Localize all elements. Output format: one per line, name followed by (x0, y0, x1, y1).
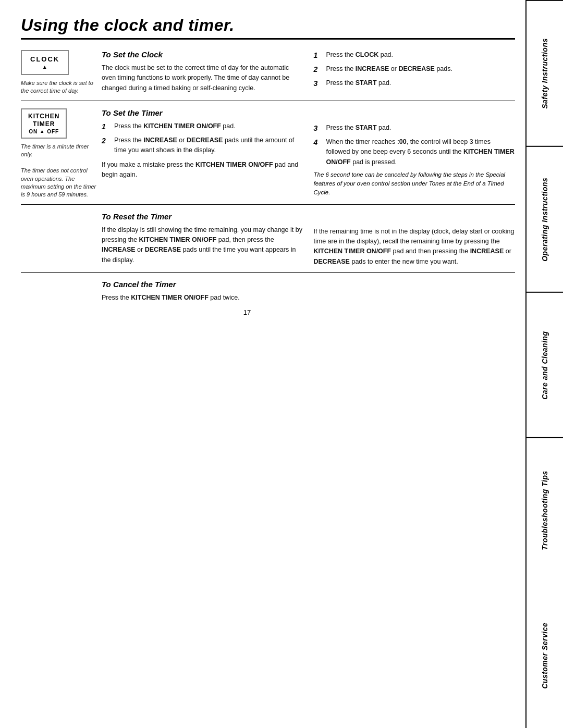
timer-off-label: OFF (47, 129, 59, 134)
sidebar-item-care: Care and Cleaning (527, 292, 563, 438)
sidebar-item-troubleshooting: Troubleshooting Tips (527, 437, 563, 583)
timer-step-2: 2 Press the INCREASE or DECREASE pads un… (102, 135, 303, 156)
reset-body-left: If the display is still showing the time… (102, 225, 303, 266)
clock-section-left: CLOCK ▲ Make sure the clock is set to th… (21, 50, 102, 95)
timer-heading: To Set the Timer (102, 108, 303, 117)
step-num-3: 3 (314, 78, 324, 89)
page-wrapper: Using the clock and timer. CLOCK ▲ Make … (0, 0, 563, 728)
reset-col-right: If the remaining time is not in the disp… (314, 212, 516, 267)
clock-heading: To Set the Clock (102, 50, 303, 59)
timer-step-num-2: 2 (102, 135, 112, 146)
sidebar-item-operating-label: Operating Instructions (541, 177, 549, 261)
timer-device-box: KITCHENTIMER ON ▲ OFF (21, 108, 67, 139)
reset-section-left (21, 212, 102, 267)
clock-arrow-icon: ▲ (42, 64, 48, 70)
sidebar-item-operating: Operating Instructions (527, 146, 563, 292)
clock-step-3: 3 Press the START pad. (314, 78, 516, 89)
timer-on-label: ON (29, 129, 38, 134)
timer-label: KITCHENTIMER (28, 113, 59, 129)
step-num-1: 1 (314, 50, 324, 61)
clock-body: The clock must be set to the correct tim… (102, 63, 303, 93)
sidebar-item-customer-label: Customer Service (541, 623, 549, 689)
main-content: Using the clock and timer. CLOCK ▲ Make … (0, 0, 525, 728)
timer-step-2-text: Press the INCREASE or DECREASE pads unti… (114, 135, 303, 156)
timer-step-4-text: When the timer reaches :00, the control … (326, 137, 516, 167)
timer-caption: The timer is a minute timer only.The tim… (21, 143, 96, 199)
clock-steps: 1 Press the CLOCK pad. 2 Press the INCRE… (314, 50, 516, 89)
right-sidebar: Safety Instructions Operating Instructio… (525, 0, 563, 728)
timer-step-num-3: 3 (314, 123, 324, 134)
timer-step-1: 1 Press the KITCHEN TIMER ON/OFF pad. (102, 121, 303, 132)
timer-step-3: 3 Press the START pad. (314, 123, 516, 134)
reset-body-right: If the remaining time is not in the disp… (314, 227, 516, 267)
timer-section-left: KITCHENTIMER ON ▲ OFF The timer is a min… (21, 108, 102, 199)
page-title: Using the clock and timer. (21, 16, 515, 35)
timer-col-right: 3 Press the START pad. 4 When the timer … (314, 108, 516, 199)
title-rule (21, 38, 515, 40)
clock-col-right: 1 Press the CLOCK pad. 2 Press the INCRE… (314, 50, 516, 95)
timer-step-num-1: 1 (102, 121, 112, 132)
cancel-col: To Cancel the Timer Press the KITCHEN TI… (102, 280, 303, 303)
clock-device-box: CLOCK ▲ (21, 50, 69, 75)
timer-step-4: 4 When the timer reaches :00, the contro… (314, 137, 516, 167)
page-number: 17 (21, 309, 515, 316)
timer-steps-left: 1 Press the KITCHEN TIMER ON/OFF pad. 2 … (102, 121, 303, 156)
clock-step-1: 1 Press the CLOCK pad. (314, 50, 516, 61)
sidebar-item-care-label: Care and Cleaning (541, 331, 549, 399)
timer-section: KITCHENTIMER ON ▲ OFF The timer is a min… (21, 108, 515, 199)
clock-col-left: To Set the Clock The clock must be set t… (102, 50, 303, 95)
cancel-heading: To Cancel the Timer (102, 280, 303, 289)
section-rule-3 (21, 272, 515, 273)
clock-step-2: 2 Press the INCREASE or DECREASE pads. (314, 64, 516, 75)
cancel-body: Press the KITCHEN TIMER ON/OFF pad twice… (102, 293, 303, 303)
timer-section-right: To Set the Timer 1 Press the KITCHEN TIM… (102, 108, 515, 199)
timer-steps-right: 3 Press the START pad. 4 When the timer … (314, 123, 516, 167)
sidebar-item-safety: Safety Instructions (527, 0, 563, 146)
clock-section-right: To Set the Clock The clock must be set t… (102, 50, 515, 95)
section-rule-1 (21, 101, 515, 101)
cancel-section: To Cancel the Timer Press the KITCHEN TI… (21, 280, 515, 303)
clock-caption: Make sure the clock is set to the correc… (21, 79, 96, 95)
clock-step-2-text: Press the INCREASE or DECREASE pads. (326, 64, 452, 74)
sidebar-item-troubleshooting-label: Troubleshooting Tips (541, 471, 549, 551)
clock-step-3-text: Press the START pad. (326, 78, 391, 88)
timer-tone-note: The 6 second tone can be canceled by fol… (314, 170, 516, 198)
clock-label: CLOCK (30, 55, 59, 63)
timer-arrow-icon: ▲ (40, 129, 45, 134)
timer-step-1-text: Press the KITCHEN TIMER ON/OFF pad. (114, 121, 236, 131)
timer-step-num-4: 4 (314, 137, 324, 148)
reset-section: To Reset the Timer If the display is sti… (21, 212, 515, 267)
reset-section-right: To Reset the Timer If the display is sti… (102, 212, 515, 267)
timer-step-3-text: Press the START pad. (326, 123, 391, 133)
cancel-section-right: To Cancel the Timer Press the KITCHEN TI… (102, 280, 515, 303)
reset-col-left: To Reset the Timer If the display is sti… (102, 212, 303, 267)
clock-section: CLOCK ▲ Make sure the clock is set to th… (21, 50, 515, 95)
sidebar-item-safety-label: Safety Instructions (541, 38, 549, 109)
clock-step-1-text: Press the CLOCK pad. (326, 50, 394, 60)
sidebar-item-customer: Customer Service (527, 583, 563, 728)
timer-onoff-label: ON ▲ OFF (28, 129, 59, 134)
section-rule-2 (21, 204, 515, 205)
timer-col-left: To Set the Timer 1 Press the KITCHEN TIM… (102, 108, 303, 199)
cancel-section-left (21, 280, 102, 303)
timer-mistake-note: If you make a mistake press the KITCHEN … (102, 160, 303, 180)
reset-heading: To Reset the Timer (102, 212, 303, 221)
step-num-2: 2 (314, 64, 324, 75)
cancel-col-right (314, 280, 516, 303)
